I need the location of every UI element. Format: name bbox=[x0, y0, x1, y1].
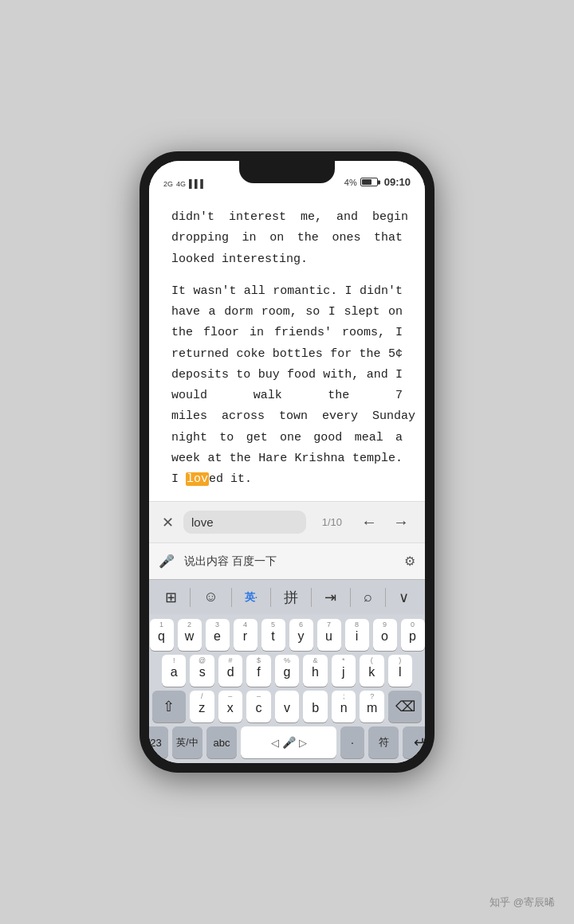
key-u[interactable]: 7u bbox=[317, 619, 341, 651]
divider5 bbox=[350, 588, 351, 607]
divider6 bbox=[385, 588, 386, 607]
space-arrow-right: ▷ bbox=[299, 737, 307, 749]
key-t[interactable]: 5t bbox=[261, 619, 285, 651]
ime-settings-icon[interactable]: ⚙ bbox=[404, 554, 415, 569]
key-period[interactable]: · bbox=[340, 726, 364, 758]
space-arrow-left: ◁ bbox=[271, 737, 279, 749]
shortcut-search[interactable]: ⌕ bbox=[357, 585, 379, 609]
key-g[interactable]: %g bbox=[275, 655, 299, 687]
key-fu[interactable]: 符 bbox=[368, 726, 399, 758]
shortcut-grid[interactable]: ⊞ bbox=[159, 585, 183, 609]
divider4 bbox=[311, 588, 312, 607]
highlight-love: lov bbox=[186, 472, 209, 486]
key-lang[interactable]: 英/中 bbox=[172, 726, 202, 758]
shortcut-emoji[interactable]: ☺ bbox=[197, 585, 224, 609]
network-label2: 4G bbox=[176, 180, 186, 188]
lang-en-label: 英· bbox=[245, 590, 258, 605]
key-row-3: ⇧ /z –x –c v b ;n ?m ⌫ bbox=[152, 691, 422, 722]
find-bar: ✕ 1/10 ← → bbox=[149, 501, 425, 542]
ime-text: 说出内容 百度一下 bbox=[184, 554, 277, 569]
divider3 bbox=[270, 588, 271, 607]
find-prev-button[interactable]: ← bbox=[358, 513, 380, 531]
shortcut-en[interactable]: 英· bbox=[238, 587, 264, 608]
key-h[interactable]: &h bbox=[303, 655, 327, 687]
key-i[interactable]: 8i bbox=[345, 619, 369, 651]
key-k[interactable]: (k bbox=[360, 655, 383, 687]
status-right: 4% 09:10 bbox=[344, 176, 411, 188]
page-wrapper: 2G 4G ▌▌▌ 4% 09:10 didn't interest me, a… bbox=[0, 0, 574, 924]
phone-outer: 2G 4G ▌▌▌ 4% 09:10 didn't interest me, a… bbox=[140, 151, 434, 773]
key-y[interactable]: 6y bbox=[289, 619, 313, 651]
key-l[interactable]: )l bbox=[388, 655, 412, 687]
text-the: the bbox=[297, 231, 319, 245]
key-shift[interactable]: ⇧ bbox=[152, 691, 186, 722]
key-x[interactable]: –x bbox=[218, 691, 243, 722]
key-e[interactable]: 3e bbox=[206, 619, 230, 651]
paragraph1: didn't interest me, and begin dropping i… bbox=[171, 207, 403, 270]
text-returned-coke: returned coke bbox=[171, 347, 265, 361]
key-w[interactable]: 2w bbox=[178, 619, 202, 651]
battery-percent: 4% bbox=[344, 178, 357, 187]
key-n[interactable]: ;n bbox=[332, 691, 356, 722]
find-input-wrap bbox=[183, 511, 306, 534]
key-d[interactable]: #d bbox=[218, 655, 242, 687]
key-z[interactable]: /z bbox=[190, 691, 214, 722]
ime-toolbar: 🎤 说出内容 百度一下 ⚙ bbox=[149, 542, 425, 579]
find-next-button[interactable]: → bbox=[390, 513, 412, 531]
ime-mic-icon[interactable]: 🎤 bbox=[159, 554, 175, 569]
signal-icon: ▌▌▌ bbox=[189, 179, 206, 188]
tab-icon: ⇥ bbox=[324, 589, 336, 606]
notch bbox=[239, 161, 335, 183]
collapse-icon: ∨ bbox=[399, 589, 409, 606]
lang-pin-label: 拼 bbox=[284, 588, 298, 607]
key-q[interactable]: 1q bbox=[150, 619, 174, 651]
key-a[interactable]: !a bbox=[162, 655, 186, 687]
shortcut-arrow[interactable]: ⇥ bbox=[318, 585, 343, 609]
key-abc[interactable]: abc bbox=[206, 726, 237, 758]
key-row-1: 1q 2w 3e 4r 5t 6y 7u 8i 9o 0p bbox=[152, 619, 422, 651]
key-f[interactable]: $f bbox=[246, 655, 270, 687]
text-and: and bbox=[336, 210, 358, 224]
shortcut-collapse[interactable]: ∨ bbox=[392, 585, 415, 609]
keyboard-area: 1q 2w 3e 4r 5t 6y 7u 8i 9o 0p !a @s #d $… bbox=[149, 614, 425, 763]
key-return[interactable]: ↵ bbox=[403, 726, 425, 758]
emoji-icon: ☺ bbox=[203, 589, 218, 605]
key-s[interactable]: @s bbox=[190, 655, 214, 687]
text-the2: the bbox=[360, 347, 381, 361]
find-count-label: 1/10 bbox=[322, 516, 342, 528]
key-o[interactable]: 9o bbox=[373, 619, 397, 651]
search-icon: ⌕ bbox=[364, 589, 372, 605]
watermark: 知乎 @寄辰晞 bbox=[489, 895, 555, 910]
key-v[interactable]: v bbox=[275, 691, 300, 722]
key-m[interactable]: ?m bbox=[360, 691, 384, 722]
find-search-input[interactable] bbox=[191, 515, 298, 529]
paragraph2: It wasn't all romantic. I didn't have a … bbox=[171, 281, 403, 491]
key-row-bottom: 123 英/中 abc ◁ 🎤 ▷ · 符 ↵ bbox=[152, 726, 422, 758]
reading-area: didn't interest me, and begin dropping i… bbox=[149, 191, 425, 501]
shortcut-pin[interactable]: 拼 bbox=[277, 585, 305, 610]
key-j[interactable]: *j bbox=[332, 655, 356, 687]
key-123[interactable]: 123 bbox=[149, 726, 168, 758]
key-space[interactable]: ◁ 🎤 ▷ bbox=[241, 726, 336, 758]
divider2 bbox=[231, 588, 232, 607]
key-p[interactable]: 0p bbox=[401, 619, 425, 651]
keyboard-shortcut-bar: ⊞ ☺ 英· 拼 ⇥ ⌕ bbox=[149, 579, 425, 614]
grid-icon: ⊞ bbox=[165, 589, 177, 606]
phone-screen: 2G 4G ▌▌▌ 4% 09:10 didn't interest me, a… bbox=[149, 161, 425, 763]
time-label: 09:10 bbox=[384, 176, 411, 188]
space-mic-icon: 🎤 bbox=[282, 736, 296, 749]
battery-fill bbox=[362, 179, 372, 185]
divider1 bbox=[190, 588, 191, 607]
key-b[interactable]: b bbox=[303, 691, 328, 722]
find-close-button[interactable]: ✕ bbox=[162, 514, 174, 531]
key-c[interactable]: –c bbox=[246, 691, 271, 722]
status-left: 2G 4G ▌▌▌ bbox=[163, 179, 206, 188]
battery-icon bbox=[360, 178, 378, 186]
key-row-2: !a @s #d $f %g &h *j (k )l bbox=[152, 655, 422, 687]
key-backspace[interactable]: ⌫ bbox=[388, 691, 422, 722]
key-r[interactable]: 4r bbox=[234, 619, 258, 651]
network-label: 2G bbox=[163, 180, 173, 188]
